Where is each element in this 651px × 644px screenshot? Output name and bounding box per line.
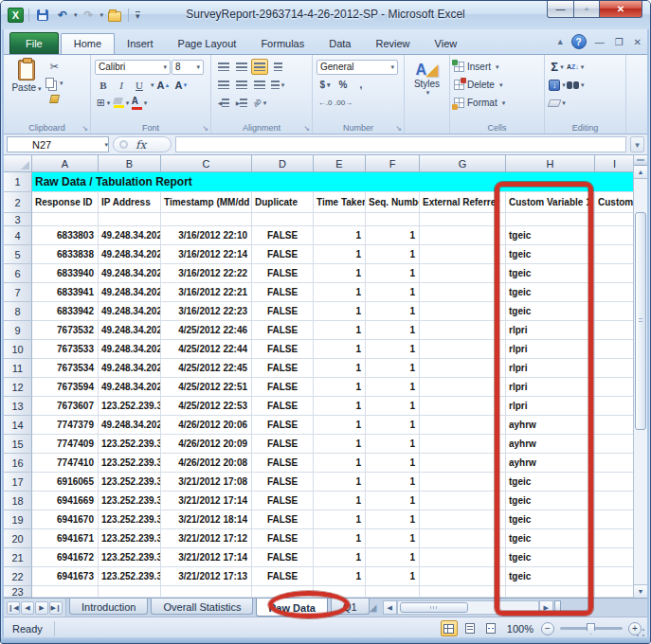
cell[interactable]: 7673594 [32, 378, 99, 397]
zoom-level[interactable]: 100% [507, 623, 533, 635]
cell[interactable] [420, 264, 506, 283]
name-box-dropdown[interactable]: ▾ [104, 141, 108, 149]
cell[interactable]: 6833942 [32, 302, 99, 321]
cell[interactable]: 49.248.34.202 [99, 321, 161, 340]
cell[interactable]: FALSE [252, 245, 314, 264]
cell[interactable]: FALSE [252, 435, 314, 454]
vertical-split-handle[interactable] [634, 155, 647, 166]
cell[interactable]: FALSE [252, 473, 314, 492]
cell[interactable]: 1 [314, 435, 366, 454]
cell[interactable]: 6833940 [32, 264, 99, 283]
cell[interactable]: 1 [366, 510, 420, 529]
cell[interactable]: FALSE [252, 492, 314, 510]
row-header-22[interactable]: 22 [4, 567, 32, 586]
cell[interactable]: 4/26/2012 20:09 [161, 435, 252, 454]
cell[interactable]: 123.252.239.3 [99, 510, 161, 529]
cell[interactable] [420, 283, 506, 302]
minimize-ribbon-icon[interactable]: ▲ [556, 37, 565, 46]
cell[interactable] [161, 586, 252, 598]
fill-color-button[interactable]: ▾ [113, 95, 130, 111]
row-header-17[interactable]: 17 [4, 473, 32, 492]
save-button[interactable] [34, 8, 51, 24]
column-header-G[interactable]: G [420, 155, 506, 172]
cell[interactable] [595, 548, 635, 567]
cell[interactable] [420, 435, 506, 454]
row-header-4[interactable]: 4 [4, 226, 32, 245]
cell[interactable]: 4/25/2012 22:44 [161, 340, 252, 359]
header-cell[interactable]: IP Address [99, 192, 161, 213]
underline-dropdown[interactable]: ▾ [151, 81, 154, 89]
cell[interactable]: 1 [366, 548, 420, 567]
cell[interactable]: 49.248.34.202 [99, 340, 161, 359]
header-cell[interactable]: Time Taken ( [314, 192, 366, 213]
cell[interactable] [595, 397, 635, 416]
cell[interactable]: 7673532 [32, 321, 99, 340]
row-header-11[interactable]: 11 [4, 359, 32, 378]
scroll-down-arrow[interactable]: ▼ [634, 584, 647, 598]
cell[interactable] [252, 586, 314, 598]
cell[interactable] [420, 321, 506, 340]
cell[interactable]: rlpri [506, 397, 595, 416]
tab-home[interactable]: Home [61, 33, 115, 54]
row-header-14[interactable]: 14 [4, 416, 32, 435]
cell[interactable]: 123.252.239.3 [99, 473, 161, 492]
format-cells-button[interactable]: Format▾ [454, 94, 540, 112]
cell[interactable]: FALSE [252, 416, 314, 435]
cell[interactable]: 3/21/2012 18:14 [161, 510, 252, 529]
font-size-combo[interactable]: 8▾ [172, 60, 204, 75]
cell[interactable]: 1 [366, 567, 420, 586]
cell[interactable]: 1 [366, 340, 420, 359]
sheet-tab-overall-statistics[interactable]: Overall Statistics [151, 599, 253, 615]
cell[interactable]: 123.252.239.3 [99, 397, 161, 416]
fill-button[interactable]: ↓▾ [549, 77, 566, 93]
cell[interactable] [420, 397, 506, 416]
increase-decimal-button[interactable]: ←.0 [316, 95, 334, 111]
font-color-button[interactable]: A▾ [131, 95, 148, 111]
row-header-5[interactable]: 5 [4, 245, 32, 264]
cell[interactable]: 1 [366, 264, 420, 283]
cell[interactable]: 6941669 [32, 492, 99, 510]
cell[interactable]: 123.252.239.3 [99, 492, 161, 510]
merged-title-cell[interactable]: Raw Data / Tabulation Report [32, 172, 635, 192]
column-header-B[interactable]: B [99, 155, 161, 172]
insert-function-button[interactable]: fx [136, 138, 146, 152]
row-header-2[interactable]: 2 [4, 192, 32, 213]
minimize-button[interactable]: — [547, 1, 574, 18]
clipboard-dialog-launcher[interactable]: ↘ [81, 124, 88, 133]
sort-filter-button[interactable]: AZ↓▾ [567, 59, 584, 75]
cell[interactable]: tgeic [506, 473, 595, 492]
cell[interactable]: 1 [366, 283, 420, 302]
open-button[interactable] [106, 8, 123, 24]
cell[interactable]: 4/26/2012 20:06 [161, 416, 252, 435]
percent-button[interactable]: % [335, 77, 352, 93]
cell[interactable]: 6833941 [32, 283, 99, 302]
header-cell[interactable]: Custom Variable 1 [506, 192, 595, 213]
previous-sheet-button[interactable]: ◀ [21, 601, 34, 615]
decrease-indent-button[interactable]: ◀ [215, 95, 232, 111]
row-header-16[interactable]: 16 [4, 454, 32, 473]
row-header-20[interactable]: 20 [4, 529, 32, 548]
cell[interactable]: 6941672 [32, 548, 99, 567]
cell[interactable] [595, 510, 635, 529]
cell[interactable]: 1 [314, 529, 366, 548]
wrap-text-button[interactable] [269, 59, 286, 75]
currency-button[interactable]: $▾ [316, 77, 334, 93]
cell[interactable]: 3/16/2012 22:14 [161, 245, 252, 264]
row-header-3[interactable]: 3 [4, 213, 32, 226]
cell[interactable]: FALSE [252, 397, 314, 416]
cell[interactable]: 1 [314, 454, 366, 473]
comma-button[interactable]: , [353, 77, 370, 93]
cell[interactable]: ayhrw [506, 416, 595, 435]
styles-button[interactable]: A◢ Styles ▾ [414, 58, 440, 97]
cell[interactable]: 3/21/2012 17:13 [161, 567, 252, 586]
cell[interactable]: rlpri [506, 340, 595, 359]
first-sheet-button[interactable]: ❙◀ [7, 601, 20, 615]
cell[interactable] [99, 213, 161, 226]
row-header-partial[interactable]: 23 [4, 586, 32, 598]
restore-button[interactable]: ▫ [574, 1, 600, 18]
cell[interactable]: tgeic [506, 529, 595, 548]
cell[interactable]: 49.248.34.202 [99, 416, 161, 435]
excel-logo-icon[interactable]: X [8, 8, 24, 23]
column-header-A[interactable]: A [32, 155, 99, 172]
cell[interactable]: 49.248.34.202 [99, 302, 161, 321]
